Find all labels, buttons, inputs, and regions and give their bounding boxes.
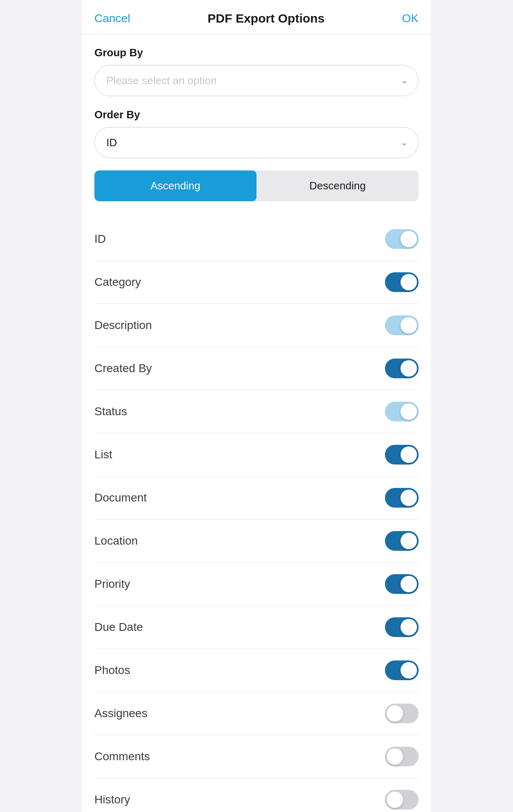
toggle-item-label: Document [94, 491, 147, 504]
toggle-item: Priority [94, 563, 419, 606]
phone-container: Cancel PDF Export Options OK Group By Pl… [82, 0, 431, 812]
group-by-select[interactable]: Please select an option [94, 65, 419, 96]
toggle-switch-priority[interactable] [385, 574, 419, 594]
toggle-slider [385, 617, 419, 637]
order-by-label: Order By [94, 108, 419, 121]
toggle-item: Due Date [94, 606, 419, 649]
content-area: Group By Please select an option ⌄ Order… [82, 34, 431, 812]
group-by-label: Group By [94, 46, 419, 59]
toggle-switch-history[interactable] [385, 790, 419, 810]
toggle-slider [385, 402, 419, 421]
toggle-slider [385, 488, 419, 508]
toggle-item-label: Photos [94, 664, 130, 677]
toggle-switch-description[interactable] [385, 315, 419, 335]
header: Cancel PDF Export Options OK [82, 0, 431, 34]
toggle-item: Comments [94, 735, 419, 778]
toggle-item-label: Assignees [94, 707, 147, 720]
toggle-slider [385, 747, 419, 766]
toggle-item: History [94, 778, 419, 812]
toggle-slider [385, 704, 419, 723]
toggle-switch-assignees[interactable] [385, 704, 419, 723]
field-toggle-list: IDCategoryDescriptionCreated ByStatusLis… [94, 218, 419, 812]
descending-button[interactable]: Descending [256, 170, 419, 201]
sort-direction-toggle: Ascending Descending [94, 170, 419, 201]
toggle-slider [385, 359, 419, 378]
toggle-item-label: List [94, 448, 112, 461]
toggle-item: Status [94, 390, 419, 433]
toggle-item: Created By [94, 347, 419, 390]
toggle-item: Location [94, 520, 419, 563]
toggle-item: List [94, 433, 419, 476]
toggle-item-label: Status [94, 405, 127, 418]
toggle-slider [385, 660, 419, 680]
toggle-item-label: Priority [94, 577, 130, 591]
toggle-slider [385, 531, 419, 551]
toggle-slider [385, 272, 419, 292]
toggle-switch-photos[interactable] [385, 660, 419, 680]
toggle-item: Assignees [94, 692, 419, 735]
toggle-slider [385, 445, 419, 465]
group-by-wrapper: Please select an option ⌄ [94, 65, 419, 96]
toggle-switch-id[interactable] [385, 229, 419, 249]
toggle-item: Photos [94, 649, 419, 692]
toggle-switch-list[interactable] [385, 445, 419, 465]
toggle-item-label: Comments [94, 750, 150, 763]
toggle-switch-comments[interactable] [385, 747, 419, 766]
toggle-switch-document[interactable] [385, 488, 419, 508]
toggle-switch-location[interactable] [385, 531, 419, 551]
toggle-slider [385, 574, 419, 594]
toggle-slider [385, 229, 419, 249]
order-by-wrapper: ID Category Description ⌄ [94, 127, 419, 158]
toggle-item-label: Description [94, 319, 152, 332]
toggle-item: ID [94, 218, 419, 261]
cancel-button[interactable]: Cancel [94, 12, 130, 25]
toggle-item-label: History [94, 793, 130, 806]
toggle-item-label: Due Date [94, 621, 143, 634]
toggle-item-label: Created By [94, 362, 152, 375]
toggle-item: Document [94, 476, 419, 520]
toggle-slider [385, 315, 419, 335]
toggle-item-label: Location [94, 534, 138, 547]
toggle-item-label: Category [94, 276, 141, 289]
toggle-switch-due-date[interactable] [385, 617, 419, 637]
toggle-switch-status[interactable] [385, 402, 419, 421]
toggle-item: Category [94, 261, 419, 304]
toggle-switch-category[interactable] [385, 272, 419, 292]
ascending-button[interactable]: Ascending [94, 170, 256, 201]
page-title: PDF Export Options [208, 12, 325, 25]
toggle-switch-created-by[interactable] [385, 359, 419, 378]
toggle-item-label: ID [94, 232, 106, 246]
toggle-slider [385, 790, 419, 810]
order-by-select[interactable]: ID Category Description [94, 127, 419, 158]
toggle-item: Description [94, 304, 419, 347]
ok-button[interactable]: OK [402, 12, 419, 25]
